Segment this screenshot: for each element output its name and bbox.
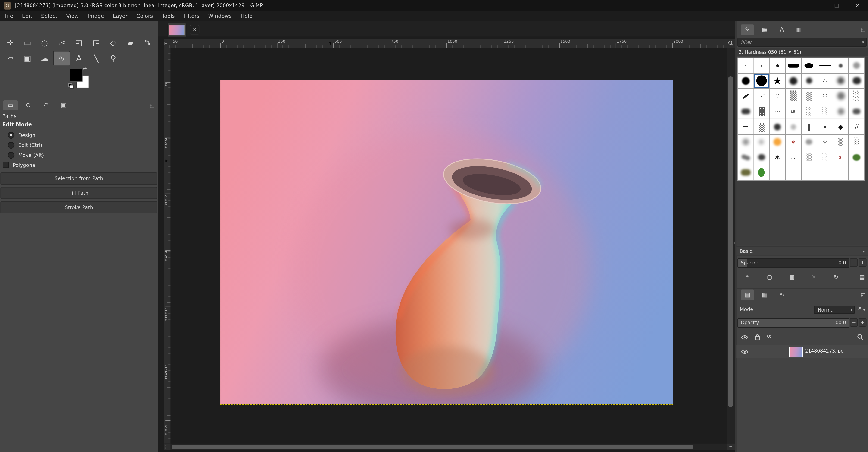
crop-tool[interactable]: ◰ [70, 35, 88, 50]
brush-filter-input[interactable]: filter ▾ [738, 38, 867, 47]
free-select-tool[interactable]: ◌ [36, 35, 53, 50]
menu-tools[interactable]: Tools [157, 11, 179, 21]
zoom-when-resized-icon[interactable] [727, 39, 735, 48]
brush-item[interactable] [770, 135, 785, 149]
handle-transform-tool[interactable]: ◇ [104, 35, 122, 50]
brush-item[interactable] [833, 104, 848, 119]
brush-item[interactable]: ∗ [817, 135, 833, 149]
brush-item[interactable] [770, 165, 785, 180]
edit-mode-design-radio[interactable]: Design [8, 130, 152, 140]
horizontal-ruler[interactable]: ▶ 50025050075010001250150017502000▼ [164, 39, 727, 48]
brush-item[interactable]: ∷ [817, 89, 833, 104]
close-view-icon[interactable]: ✕ [190, 25, 199, 34]
brush-item[interactable]: ⋯ [770, 104, 785, 119]
brush-item[interactable] [738, 104, 753, 119]
layer-visibility-eye-icon[interactable] [741, 349, 748, 355]
image-tab[interactable] [167, 23, 187, 37]
brush-item[interactable] [738, 89, 753, 104]
chevron-down-icon[interactable]: ▾ [862, 40, 866, 45]
brush-item[interactable] [817, 119, 833, 134]
menu-view[interactable]: View [62, 11, 83, 21]
brush-item[interactable] [833, 74, 848, 88]
dock-menu-icon[interactable]: ◱ [861, 27, 865, 32]
gradients-tab[interactable]: ▥ [792, 24, 806, 34]
brush-item[interactable]: ∗ [785, 135, 801, 149]
fx-icon[interactable]: fx [766, 333, 771, 339]
eye-icon[interactable] [741, 335, 748, 340]
foreground-color-swatch[interactable] [70, 69, 83, 82]
panel-resize-handle[interactable]: ⁞ [734, 240, 735, 245]
brush-item[interactable] [754, 135, 769, 149]
menu-edit[interactable]: Edit [18, 11, 37, 21]
brush-item[interactable]: ∴ [817, 74, 833, 88]
brushes-tab[interactable]: ✎ [741, 24, 754, 34]
images-tab[interactable]: ▣ [57, 100, 71, 110]
brush-item[interactable] [833, 58, 848, 73]
delete-brush-icon[interactable]: ✕ [809, 272, 818, 281]
reset-colors-icon[interactable] [68, 83, 73, 88]
gimp-logo-icon[interactable]: G [4, 2, 11, 9]
menu-help[interactable]: Help [236, 11, 257, 21]
brush-item[interactable]: ∗ [833, 150, 848, 165]
brush-item[interactable]: ≋ [785, 104, 801, 119]
spacing-decrease-button[interactable]: − [850, 258, 858, 267]
patterns-tab[interactable]: ▦ [758, 24, 771, 34]
brush-item[interactable]: ≡ [738, 119, 753, 134]
color-picker-tool[interactable]: ╲ [88, 51, 104, 65]
spacing-increase-button[interactable]: + [859, 258, 866, 267]
menu-filters[interactable]: Filters [179, 11, 204, 21]
duplicate-brush-icon[interactable]: ▣ [787, 272, 796, 281]
fill-path-button[interactable]: Fill Path [0, 187, 157, 199]
text-tool[interactable]: A [70, 51, 88, 65]
panel-divider[interactable]: ⁞ [735, 21, 736, 452]
brush-item[interactable] [754, 58, 769, 73]
brush-item[interactable]: ░ [849, 89, 864, 104]
open-brush-as-image-icon[interactable]: ▤ [860, 274, 865, 280]
brush-item[interactable]: ░ [817, 104, 833, 119]
device-status-tab[interactable]: ⊙ [21, 100, 35, 110]
switch-mode-group-icon[interactable]: ↺ [857, 306, 861, 312]
brush-item[interactable] [833, 165, 848, 180]
horizontal-scrollbar[interactable] [172, 445, 693, 449]
layer-row[interactable]: 2148084273.jpg [736, 345, 868, 358]
vertical-scrollbar-track[interactable] [727, 48, 735, 444]
rectangle-select-tool[interactable]: ▭ [19, 35, 36, 50]
brush-item[interactable]: ∵ [770, 89, 785, 104]
brush-item[interactable] [754, 150, 769, 165]
navigation-icon[interactable]: ✛ [727, 444, 735, 450]
brush-group-dropdown[interactable]: Basic, ▾ [736, 246, 868, 256]
brush-item[interactable]: ▒ [801, 89, 817, 104]
menu-windows[interactable]: Windows [204, 11, 236, 21]
brush-item[interactable] [849, 58, 864, 73]
brush-item[interactable]: ▒ [785, 89, 801, 104]
zoom-tool[interactable]: ⚲ [104, 51, 122, 65]
dock-menu-icon[interactable]: ◱ [150, 102, 154, 108]
brush-item[interactable]: ░ [801, 104, 817, 119]
brush-item[interactable] [801, 135, 817, 149]
horizontal-scrollbar-track[interactable] [170, 444, 727, 450]
brush-item[interactable] [801, 165, 817, 180]
menu-select[interactable]: Select [37, 11, 62, 21]
maximize-button[interactable]: □ [826, 0, 847, 11]
brush-item[interactable]: ░ [849, 135, 864, 149]
paths-dialog-tab[interactable]: ∿ [775, 289, 788, 300]
brush-item[interactable]: ✶ [770, 150, 785, 165]
brush-item[interactable] [754, 165, 769, 180]
opacity-slider[interactable]: Opacity 100.0 [738, 318, 849, 328]
brush-item[interactable] [785, 58, 801, 73]
minimize-button[interactable]: – [805, 0, 826, 11]
canvas-area[interactable] [170, 48, 727, 444]
brush-item[interactable]: ∴ [785, 150, 801, 165]
brush-item[interactable]: ▒ [833, 135, 848, 149]
menu-file[interactable]: File [0, 11, 18, 21]
brush-item[interactable] [785, 165, 801, 180]
spacing-slider[interactable]: Spacing 10.0 [738, 258, 849, 268]
edit-mode-move-radio[interactable]: Move (Alt) [8, 150, 152, 160]
tool-options-tab[interactable]: ▭ [3, 100, 18, 110]
brush-item[interactable]: // [849, 119, 864, 134]
brush-item[interactable] [849, 74, 864, 88]
eraser-tool[interactable]: ▱ [2, 51, 19, 65]
paths-tool[interactable]: ∿ [53, 51, 70, 65]
quick-mask-toggle[interactable] [164, 444, 170, 450]
undo-history-tab[interactable]: ↶ [39, 100, 53, 110]
